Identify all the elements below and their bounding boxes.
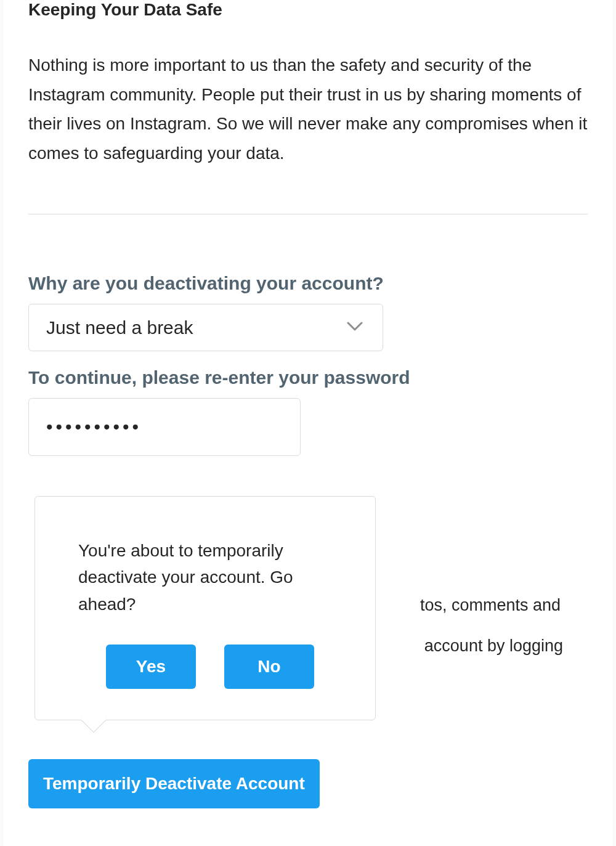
confirm-no-button[interactable]: No [224,645,314,689]
confirm-message: You're about to temporarily deactivate y… [78,537,332,617]
safety-heading: Keeping Your Data Safe [28,0,588,26]
temporarily-deactivate-button[interactable]: Temporarily Deactivate Account [28,759,320,808]
chevron-down-icon [347,322,363,334]
password-input[interactable] [28,398,301,456]
reason-label: Why are you deactivating your account? [28,273,588,294]
account-deactivation-page: Keeping Your Data Safe Nothing is more i… [4,0,612,846]
confirm-deactivation-popover: You're about to temporarily deactivate y… [34,496,376,720]
safety-body-text: Nothing is more important to us than the… [28,26,588,214]
confirm-yes-button[interactable]: Yes [106,645,196,689]
reason-select-value: Just need a break [46,317,193,338]
password-input-wrapper [28,398,588,456]
deactivation-form: Why are you deactivating your account? J… [28,214,588,456]
password-label: To continue, please re-enter your passwo… [28,367,588,388]
reason-select-wrapper: Just need a break [28,304,383,351]
confirm-button-row: Yes No [88,645,332,689]
reason-select[interactable]: Just need a break [28,304,383,351]
